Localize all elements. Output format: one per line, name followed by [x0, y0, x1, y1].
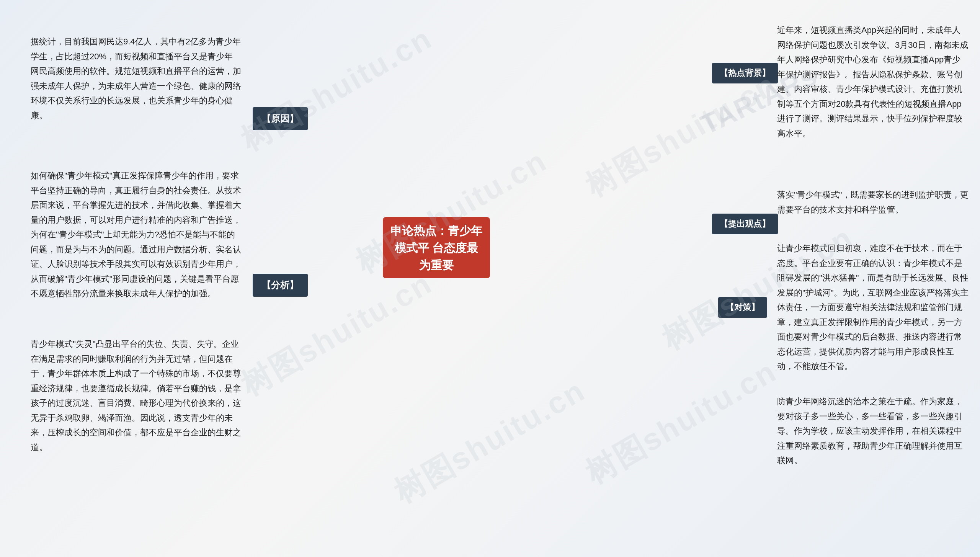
- branch-yuanyin: 【原因】: [253, 107, 308, 130]
- mindmap: 申论热点：青少年模式平 台态度最为重要 【原因】 据统计，目前我国网民达9.4亿…: [0, 0, 980, 557]
- text-fenxi-1: 如何确保"青少年模式"真正发挥保障青少年的作用，要求平台坚持正确的导向，真正履行…: [31, 168, 241, 301]
- branch-guandian: 【提出观点】: [712, 214, 778, 234]
- text-duice-2: 防青少年网络沉迷的治本之策在于疏。作为家庭，要对孩子多一些关心，多一些看管，多一…: [777, 394, 969, 468]
- center-node: 申论热点：青少年模式平 台态度最为重要: [383, 217, 490, 278]
- text-fenxi-2: 青少年模式"失灵"凸显出平台的失位、失责、失守。企业在满足需求的同时赚取利润的行…: [31, 337, 241, 455]
- text-guandian: 落实"青少年模式"，既需要家长的进到监护职责，更需要平台的技术支持和科学监管。: [777, 188, 969, 217]
- branch-duice: 【对策】: [718, 297, 767, 318]
- branch-fenxi: 【分析】: [253, 274, 308, 297]
- center-node-text: 申论热点：青少年模式平 台态度最为重要: [389, 222, 484, 274]
- text-duice-1: 让青少年模式回归初衷，难度不在于技术，而在于态度。平台企业要有正确的认识：青少年…: [777, 241, 969, 374]
- text-yuanyin: 据统计，目前我国网民达9.4亿人，其中有2亿多为青少年学生，占比超过20%，而短…: [31, 34, 241, 123]
